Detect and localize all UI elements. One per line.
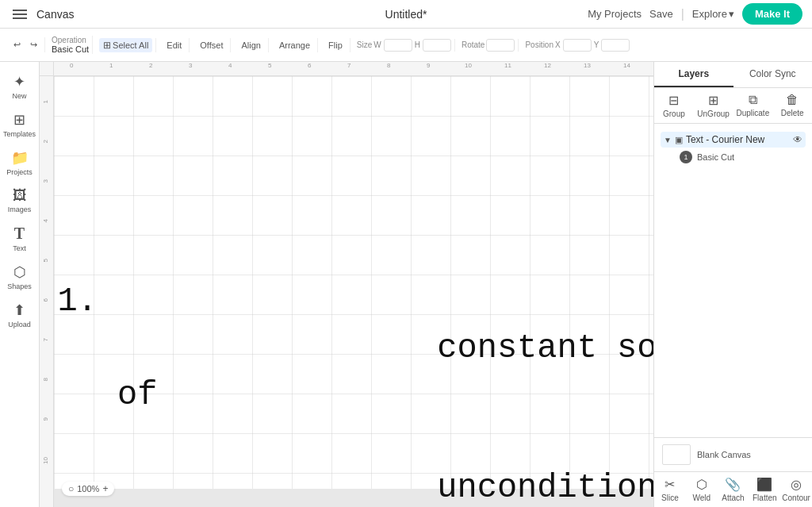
blank-canvas-thumbnail [662,444,691,465]
height-input[interactable] [423,39,451,52]
chevron-down-icon: ▾ [729,8,734,20]
canvas-label: Canvas [36,8,74,21]
topbar-right: My Projects Save | Explore ▾ Make It [588,3,802,25]
attach-icon: 📎 [725,477,741,492]
position-label: Position [525,40,553,49]
document-title: Untitled* [385,8,427,21]
arrange-button[interactable]: Arrange [275,38,314,52]
delete-button[interactable]: 🗑 Delete [772,88,812,123]
rotate-group: Rotate [458,39,519,52]
layer-arrow-icon: ▼ [664,136,672,144]
redo-button[interactable]: ↪ [26,37,41,52]
select-all-group: ⊞ Select All [96,38,156,52]
x-label: X [555,40,561,49]
projects-icon: 📁 [11,149,29,167]
group-icon: ⊟ [668,93,679,108]
flatten-icon: ⬛ [756,477,772,492]
weld-icon: ⬡ [696,477,707,492]
zoom-controls: ○ 100% + [62,482,114,496]
offset-group: Offset [193,38,231,52]
edit-button[interactable]: Edit [163,38,186,52]
attach-button[interactable]: 📎 Attach [718,472,749,507]
ungroup-button[interactable]: ⊞ UnGroup [694,88,733,123]
h-label: H [415,40,420,49]
undo-redo-group: ↩ ↪ [6,37,45,52]
sidebar-item-templates[interactable]: ⊞ Templates [2,106,37,143]
contour-button[interactable]: ◎ Contour [780,472,812,507]
layer-num: 1 [680,151,692,163]
blank-canvas-row: Blank Canvas [654,438,812,472]
panel-bottom-actions: ✂ Slice ⬡ Weld 📎 Attach ⬛ Flatten ◎ C [654,472,812,507]
blank-canvas-label: Blank Canvas [697,450,751,459]
ruler-top: 0 1 2 3 4 5 6 7 8 9 10 11 12 13 14 15 [40,62,653,76]
layer-subitem[interactable]: 1 Basic Cut [661,148,806,167]
canvas-with-ruler: 1 2 3 4 5 6 7 8 9 10 constant so [40,76,653,507]
edit-group: Edit [159,38,190,52]
panel-layers: ▼ ▣ Text - Courier New 👁 1 Basic Cut [654,124,812,437]
rotate-input[interactable] [486,39,515,52]
group-button[interactable]: ⊟ Group [654,88,694,123]
tab-color-sync[interactable]: Color Sync [733,62,813,87]
text-icon: T [14,225,25,243]
flatten-button[interactable]: ⬛ Flatten [749,472,780,507]
sidebar-item-upload[interactable]: ⬆ Upload [2,297,37,333]
menu-icon[interactable] [10,6,30,22]
canvas-scroll[interactable]: constant source of unconditional love ke… [54,76,653,507]
size-group: Size W H [354,39,455,52]
undo-button[interactable]: ↩ [10,37,25,52]
align-group: Align [234,38,268,52]
position-group: Position X Y [522,39,633,52]
w-label: W [373,40,381,49]
left-sidebar: ✦ New ⊞ Templates 📁 Projects 🖼 Images T … [0,62,40,507]
flip-button[interactable]: Flip [324,38,347,52]
layer-item-label: Basic Cut [697,152,734,162]
arrange-group: Arrange [272,38,318,52]
weld-button[interactable]: ⬡ Weld [686,472,718,507]
contour-icon: ◎ [791,477,802,492]
panel-tabs: Layers Color Sync [654,62,812,88]
width-input[interactable] [384,39,412,52]
layer-group-header[interactable]: ▼ ▣ Text - Courier New 👁 [661,132,806,148]
new-icon: ✦ [13,73,25,90]
offset-button[interactable]: Offset [196,38,227,52]
sidebar-item-images[interactable]: 🖼 Images [2,182,37,218]
sidebar-item-text[interactable]: T Text [2,220,37,257]
explore-button[interactable]: Explore ▾ [692,8,734,20]
zoom-value: 100% [77,484,99,494]
operation-label: Operation [52,36,89,44]
tab-layers[interactable]: Layers [654,62,733,87]
eye-icon[interactable]: 👁 [793,134,802,145]
duplicate-button[interactable]: ⧉ Duplicate [733,88,773,123]
y-label: Y [594,40,599,49]
align-button[interactable]: Align [237,38,264,52]
select-all-button[interactable]: ⊞ Select All [99,38,152,52]
rotate-label: Rotate [462,40,485,49]
zoom-out-button[interactable]: ○ [68,483,74,494]
my-projects-link[interactable]: My Projects [588,8,642,20]
canvas-area: 0 1 2 3 4 5 6 7 8 9 10 11 12 13 14 15 1 [40,62,653,507]
panel-actions: ⊟ Group ⊞ UnGroup ⧉ Duplicate 🗑 Delete [654,88,812,124]
flip-group: Flip [321,38,350,52]
main-area: ✦ New ⊞ Templates 📁 Projects 🖼 Images T … [0,62,812,507]
size-label: Size [357,40,372,49]
make-it-button[interactable]: Make It [742,3,802,25]
text-layer-icon: ▣ [675,135,683,145]
layer-group-text: ▼ ▣ Text - Courier New 👁 1 Basic Cut [654,129,812,170]
panel-bottom: Blank Canvas ✂ Slice ⬡ Weld 📎 Attach ⬛ F… [654,437,812,507]
x-input[interactable] [563,39,592,52]
ruler-left: 1 2 3 4 5 6 7 8 9 10 [40,76,54,507]
y-input[interactable] [601,39,630,52]
sidebar-item-new[interactable]: ✦ New [2,68,37,105]
layer-group-name: Text - Courier New [686,134,790,145]
topbar: Canvas Untitled* My Projects Save | Expl… [0,0,812,29]
ungroup-icon: ⊞ [708,93,718,108]
zoom-in-button[interactable]: + [102,483,108,494]
save-button[interactable]: Save [649,8,673,20]
sidebar-item-projects[interactable]: 📁 Projects [2,144,37,181]
duplicate-icon: ⧉ [749,93,757,107]
slice-button[interactable]: ✂ Slice [654,472,686,507]
sidebar-item-shapes[interactable]: ⬡ Shapes [2,259,37,295]
templates-icon: ⊞ [13,111,25,129]
operation-group: Operation Basic Cut [48,36,93,54]
canvas-text[interactable]: constant source of unconditional love ke… [86,92,653,507]
